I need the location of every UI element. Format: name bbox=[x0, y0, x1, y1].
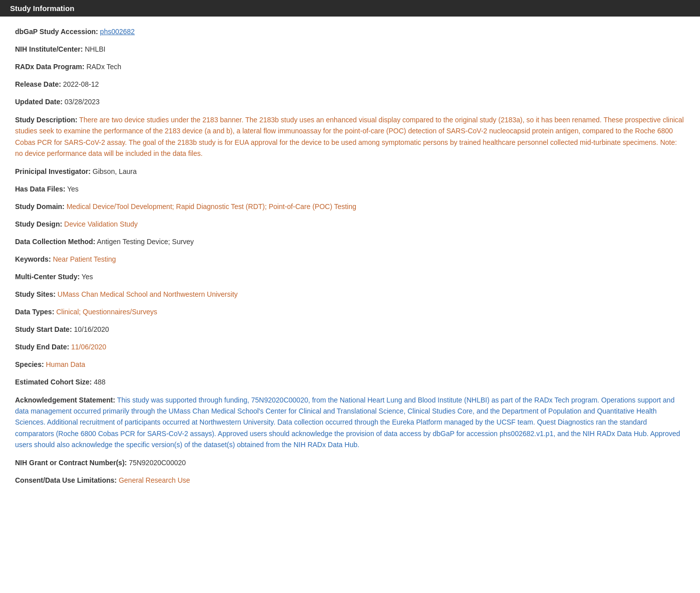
description-row: Study Description: There are two device … bbox=[15, 114, 685, 159]
program-value: RADx Tech bbox=[86, 63, 121, 71]
datafiles-label: Has Data Files: bbox=[15, 185, 65, 193]
pi-label: Prinicipal Investigator: bbox=[15, 167, 91, 175]
cohort-label: Estimated Cohort Size: bbox=[15, 378, 92, 386]
startdate-value: 10/16/2020 bbox=[74, 325, 109, 333]
content-area: dbGaP Study Accession: phs002682 NIH Ins… bbox=[0, 17, 700, 508]
release-row: Release Date: 2022-08-12 bbox=[15, 79, 685, 90]
description-label: Study Description: bbox=[15, 116, 77, 124]
multicenter-row: Multi-Center Study: Yes bbox=[15, 272, 685, 282]
keywords-value: Near Patient Testing bbox=[53, 255, 116, 263]
domain-label: Study Domain: bbox=[15, 203, 65, 211]
consent-label: Consent/Data Use Limitations: bbox=[15, 476, 117, 484]
grant-value: 75N92020C00020 bbox=[129, 459, 186, 467]
cohort-value: 488 bbox=[94, 378, 105, 386]
keywords-label: Keywords: bbox=[15, 255, 51, 263]
domain-value: Medical Device/Tool Development; Rapid D… bbox=[67, 203, 356, 211]
release-value: 2022-08-12 bbox=[63, 80, 99, 88]
grant-row: NIH Grant or Contract Number(s): 75N9202… bbox=[15, 458, 685, 468]
domain-row: Study Domain: Medical Device/Tool Develo… bbox=[15, 202, 685, 212]
pi-row: Prinicipal Investigator: Gibson, Laura bbox=[15, 166, 685, 177]
datafiles-row: Has Data Files: Yes bbox=[15, 184, 685, 194]
startdate-row: Study Start Date: 10/16/2020 bbox=[15, 324, 685, 335]
accession-link[interactable]: phs002682 bbox=[100, 28, 135, 36]
species-value: Human Data bbox=[46, 360, 85, 368]
consent-value: General Research Use bbox=[119, 476, 190, 484]
enddate-value: 11/06/2020 bbox=[71, 343, 106, 351]
datatypes-row: Data Types: Clinical; Questionnaires/Sur… bbox=[15, 307, 685, 317]
header-bar: Study Information bbox=[0, 0, 700, 17]
description-value: There are two device studies under the 2… bbox=[15, 116, 684, 157]
ack-value: This study was supported through funding… bbox=[15, 396, 680, 449]
enddate-label: Study End Date: bbox=[15, 343, 69, 351]
design-row: Study Design: Device Validation Study bbox=[15, 219, 685, 230]
accession-label: dbGaP Study Accession: bbox=[15, 28, 98, 36]
keywords-row: Keywords: Near Patient Testing bbox=[15, 254, 685, 265]
collection-label: Data Collection Method: bbox=[15, 238, 95, 246]
sites-row: Study Sites: UMass Chan Medical School a… bbox=[15, 289, 685, 300]
design-label: Study Design: bbox=[15, 220, 62, 228]
datafiles-value: Yes bbox=[67, 185, 79, 193]
enddate-row: Study End Date: 11/06/2020 bbox=[15, 342, 685, 352]
collection-row: Data Collection Method: Antigen Testing … bbox=[15, 237, 685, 247]
release-label: Release Date: bbox=[15, 80, 61, 88]
datatypes-value: Clinical; Questionnaires/Surveys bbox=[56, 308, 157, 316]
institute-value: NHLBI bbox=[85, 45, 105, 53]
datatypes-label: Data Types: bbox=[15, 308, 54, 316]
design-value: Device Validation Study bbox=[64, 220, 138, 228]
multicenter-label: Multi-Center Study: bbox=[15, 273, 80, 281]
grant-label: NIH Grant or Contract Number(s): bbox=[15, 459, 127, 467]
species-label: Species: bbox=[15, 360, 44, 368]
startdate-label: Study Start Date: bbox=[15, 325, 72, 333]
institute-row: NIH Institute/Center: NHLBI bbox=[15, 44, 685, 55]
sites-value: UMass Chan Medical School and Northweste… bbox=[58, 290, 238, 298]
ack-label: Acknowledgement Statement: bbox=[15, 396, 115, 404]
cohort-row: Estimated Cohort Size: 488 bbox=[15, 377, 685, 387]
sites-label: Study Sites: bbox=[15, 290, 56, 298]
updated-value: 03/28/2023 bbox=[65, 98, 100, 106]
ack-row: Acknowledgement Statement: This study wa… bbox=[15, 394, 685, 451]
consent-row: Consent/Data Use Limitations: General Re… bbox=[15, 475, 685, 486]
program-label: RADx Data Program: bbox=[15, 63, 84, 71]
page-title: Study Information bbox=[10, 4, 74, 13]
program-row: RADx Data Program: RADx Tech bbox=[15, 62, 685, 72]
accession-row: dbGaP Study Accession: phs002682 bbox=[15, 27, 685, 37]
updated-row: Updated Date: 03/28/2023 bbox=[15, 97, 685, 107]
institute-label: NIH Institute/Center: bbox=[15, 45, 83, 53]
species-row: Species: Human Data bbox=[15, 359, 685, 370]
collection-value: Antigen Testing Device; Survey bbox=[97, 238, 194, 246]
updated-label: Updated Date: bbox=[15, 98, 63, 106]
multicenter-value: Yes bbox=[82, 273, 93, 281]
pi-value: Gibson, Laura bbox=[93, 167, 137, 175]
